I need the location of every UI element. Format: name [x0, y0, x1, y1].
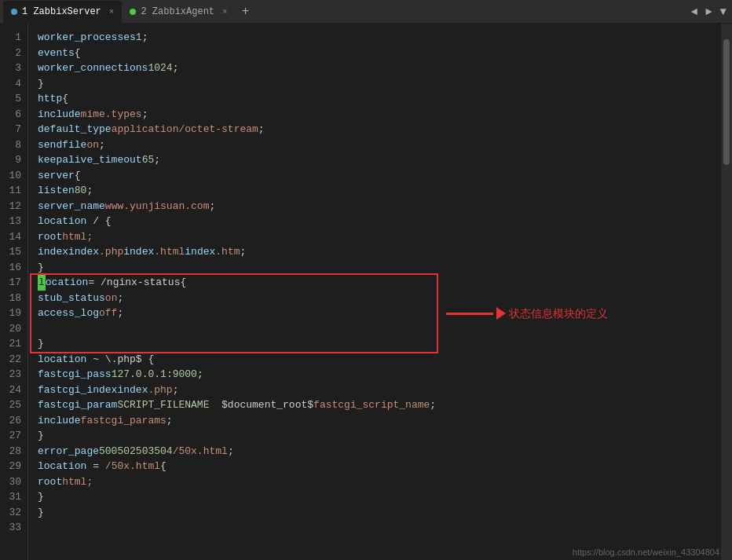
tab-add-button[interactable]: +	[236, 5, 256, 19]
annotation: 状态信息模块的定义	[446, 306, 608, 322]
tab-1[interactable]: 1 ZabbixServer ×	[3, 1, 122, 23]
code-line-10: server {	[38, 168, 721, 184]
code-line-6: include mime.types;	[38, 107, 721, 123]
code-line-15: index index.php index.html index.htm;	[38, 244, 721, 260]
nav-menu-button[interactable]: ▼	[718, 5, 729, 18]
line-numbers: 1234567891011121314151617181920212223242…	[0, 24, 28, 560]
code-line-1: worker_processes 1;	[38, 30, 721, 46]
code-line-3: worker_connections 1024;	[38, 60, 721, 76]
arrow-line	[446, 313, 493, 315]
scrollbar[interactable]	[721, 24, 732, 560]
code-line-26: include fastcgi_params;	[38, 413, 721, 429]
arrow-head-icon	[496, 307, 506, 320]
tab-2-dot	[130, 9, 136, 15]
code-area[interactable]: worker_processes 1;events { worker_conne…	[28, 24, 721, 560]
code-line-9: keepalive_timeout 65;	[38, 152, 721, 168]
code-line-25: fastcgi_param SCRIPT_FILENAME $document_…	[38, 397, 721, 413]
code-line-7: default_type application/octet-stream;	[38, 122, 721, 137]
code-line-27: }	[38, 428, 721, 444]
code-line-23: fastcgi_pass 127.0.0.1:9000;	[38, 367, 721, 382]
code-line-24: fastcgi_index index.php;	[38, 382, 721, 398]
code-line-5: http {	[38, 91, 721, 107]
code-line-28: error_page 500 502 503 504 /50x.html;	[38, 444, 721, 459]
tab-1-close[interactable]: ×	[109, 7, 115, 16]
tab-bar: 1 ZabbixServer × 2 ZabbixAgent × + ◄ ► ▼	[0, 0, 732, 24]
code-line-4: }	[38, 76, 721, 92]
tab-nav: ◄ ► ▼	[689, 5, 729, 18]
code-line-31: }	[38, 489, 721, 505]
nav-back-button[interactable]: ◄	[689, 5, 700, 18]
content-area: 1234567891011121314151617181920212223242…	[0, 24, 732, 560]
tab-1-dot	[11, 9, 17, 15]
annotation-text: 状态信息模块的定义	[509, 306, 608, 322]
code-line-14: root html;	[38, 229, 721, 245]
scrollbar-thumb[interactable]	[723, 39, 730, 165]
code-line-30: root html;	[38, 474, 721, 490]
tab-2-label: 2 ZabbixAgent	[141, 6, 214, 17]
code-line-29: location = /50x.html {	[38, 459, 721, 474]
code-line-18: stub_status on;	[38, 291, 721, 306]
code-line-20	[38, 321, 721, 337]
code-line-8: sendfile on;	[38, 137, 721, 153]
tab-2[interactable]: 2 ZabbixAgent ×	[122, 1, 235, 23]
nav-forward-button[interactable]: ►	[703, 5, 714, 18]
code-line-16: }	[38, 260, 721, 276]
code-line-17: location = /nginx-status {	[38, 275, 721, 291]
code-line-11: listen 80;	[38, 183, 721, 199]
code-line-21: }	[38, 336, 721, 352]
code-line-22: location ~ \.php$ {	[38, 352, 721, 368]
watermark: https://blog.csdn.net/weixin_43304804	[573, 547, 719, 557]
tab-1-label: 1 ZabbixServer	[22, 6, 101, 17]
code-line-12: server_name www.yunjisuan.com;	[38, 199, 721, 214]
code-line-19: access_log off;	[38, 306, 721, 321]
code-line-32: }	[38, 505, 721, 521]
code-line-33	[38, 520, 721, 536]
tab-2-close[interactable]: ×	[222, 7, 228, 16]
code-line-13: location / {	[38, 214, 721, 229]
code-line-2: events {	[38, 46, 721, 61]
